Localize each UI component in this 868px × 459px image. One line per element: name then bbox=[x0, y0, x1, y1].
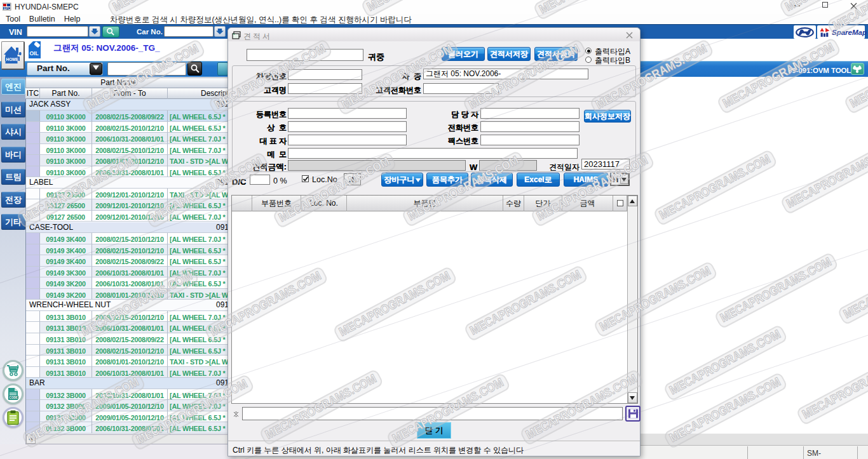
svg-text:EPC: EPC bbox=[4, 6, 11, 10]
svg-text:OIL: OIL bbox=[30, 50, 39, 57]
svg-text:CODE: CODE bbox=[10, 396, 18, 399]
svg-text:HOME: HOME bbox=[6, 57, 19, 62]
